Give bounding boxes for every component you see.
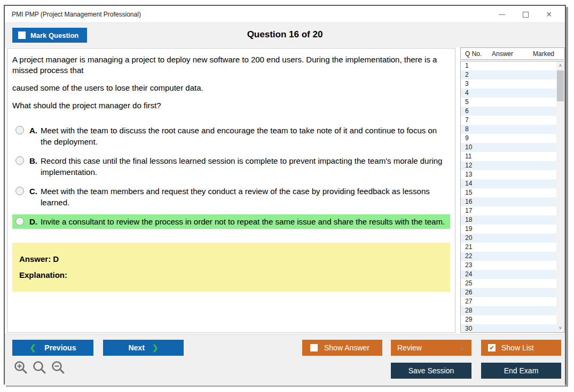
option-letter: B. <box>29 155 37 178</box>
option-text: Record this case until the final lessons… <box>41 155 448 178</box>
end-exam-button[interactable]: End Exam <box>481 363 561 379</box>
question-list-row[interactable]: 11 <box>461 152 556 161</box>
answer-box: Answer: D Explanation: <box>12 243 450 292</box>
show-answer-checkbox[interactable] <box>310 344 318 351</box>
window-controls: ✕ <box>490 6 561 23</box>
question-paragraph: caused some of the users to lose their c… <box>12 83 450 93</box>
next-label: Next <box>128 343 144 352</box>
options-list: A.Meet with the team to discuss the root… <box>12 123 450 229</box>
option-body: A.Meet with the team to discuss the root… <box>29 125 448 147</box>
column-marked: Marked <box>530 50 564 58</box>
app-window: PMI PMP (Project Management Professional… <box>4 5 566 385</box>
question-list-row[interactable]: 12 <box>461 161 556 170</box>
answer-option[interactable]: C.Meet with the team members and request… <box>12 184 450 210</box>
zoom-in-icon[interactable] <box>13 360 28 375</box>
option-radio[interactable] <box>15 187 24 195</box>
question-panel: A project manager is managing a project … <box>7 48 455 333</box>
explanation-label: Explanation: <box>19 270 443 279</box>
question-list-row[interactable]: 24 <box>461 270 556 279</box>
question-list-row[interactable]: 20 <box>461 234 556 243</box>
question-list-row[interactable]: 4 <box>461 89 556 98</box>
question-list-row[interactable]: 19 <box>461 225 556 234</box>
next-button[interactable]: Next ❯ <box>103 340 184 356</box>
close-button[interactable]: ✕ <box>537 6 561 23</box>
previous-label: Previous <box>44 343 76 352</box>
option-body: C.Meet with the team members and request… <box>29 186 448 208</box>
question-list-row[interactable]: 15 <box>461 188 556 197</box>
previous-button[interactable]: ❮ Previous <box>12 340 93 356</box>
zoom-reset-icon[interactable] <box>32 360 47 375</box>
scroll-up-icon[interactable]: ˄ <box>556 61 564 70</box>
page: PMI PMP (Project Management Professional… <box>0 0 574 392</box>
answer-option[interactable]: A.Meet with the team to discuss the root… <box>12 123 450 149</box>
question-list-header: Q No. Answer Marked <box>460 47 565 60</box>
question-list-row[interactable]: 22 <box>461 252 556 261</box>
question-list-row[interactable]: 14 <box>461 179 556 188</box>
question-list-row[interactable]: 18 <box>461 215 556 225</box>
question-paragraph: A project manager is managing a project … <box>12 54 450 76</box>
question-list-row[interactable]: 17 <box>461 206 556 215</box>
question-list: 1234567891011121314151617181920212223242… <box>460 61 565 333</box>
answer-option[interactable]: D.Invite a consultant to review the proc… <box>12 214 450 229</box>
titlebar: PMI PMP (Project Management Professional… <box>5 6 565 23</box>
main-area: A project manager is managing a project … <box>5 47 565 334</box>
zoom-out-icon[interactable] <box>51 360 66 375</box>
show-list-label: Show List <box>501 343 534 352</box>
option-text: Meet with the team to discuss the root c… <box>41 125 448 147</box>
question-list-row[interactable]: 23 <box>461 261 556 270</box>
option-letter: A. <box>29 125 37 147</box>
question-list-row[interactable]: 28 <box>461 306 556 315</box>
question-list-row[interactable]: 27 <box>461 297 556 306</box>
save-session-button[interactable]: Save Session <box>391 363 471 379</box>
close-icon: ✕ <box>546 11 552 18</box>
question-list-row[interactable]: 25 <box>461 279 556 288</box>
question-list-row[interactable]: 26 <box>461 288 556 297</box>
question-list-row[interactable]: 7 <box>461 116 556 125</box>
scrollbar-thumb[interactable] <box>557 70 564 101</box>
question-list-row[interactable]: 3 <box>461 79 556 89</box>
question-paragraph: What should the project manager do first… <box>12 100 450 111</box>
question-list-sidebar: Q No. Answer Marked 12345678910111213141… <box>460 47 565 333</box>
question-counter: Question 16 of 20 <box>5 29 565 40</box>
option-text: Meet with the team members and request t… <box>41 186 448 208</box>
review-button[interactable]: Review ▲ <box>391 340 471 356</box>
maximize-icon <box>523 12 529 18</box>
zoom-controls <box>13 360 66 375</box>
show-list-checkbox[interactable]: ✔ <box>488 344 496 351</box>
question-list-row[interactable]: 13 <box>461 170 556 179</box>
save-session-label: Save Session <box>408 366 454 375</box>
question-list-row[interactable]: 9 <box>461 134 556 143</box>
minimize-icon <box>499 14 505 15</box>
question-text: A project manager is managing a project … <box>12 54 450 111</box>
question-list-row[interactable]: 30 <box>461 324 556 333</box>
option-body: B.Record this case until the final lesso… <box>29 155 448 178</box>
show-list-button[interactable]: ✔ Show List <box>481 340 561 356</box>
bottom-bar: ❮ Previous Next ❯ Show Answer Review ▲ ✔… <box>5 334 565 386</box>
review-label: Review <box>397 343 422 352</box>
option-radio[interactable] <box>15 217 24 226</box>
question-list-row[interactable]: 16 <box>461 197 556 206</box>
window-title: PMI PMP (Project Management Professional… <box>12 11 141 18</box>
column-qno: Q No. <box>461 50 492 58</box>
question-rows: 1234567891011121314151617181920212223242… <box>461 61 556 333</box>
scroll-down-icon[interactable]: ˅ <box>556 324 564 332</box>
question-list-row[interactable]: 1 <box>461 61 556 70</box>
answer-option[interactable]: B.Record this case until the final lesso… <box>12 154 450 179</box>
question-list-row[interactable]: 6 <box>461 107 556 116</box>
minimize-button[interactable] <box>490 6 514 23</box>
option-radio[interactable] <box>15 156 24 165</box>
option-letter: D. <box>29 216 37 227</box>
scrollbar[interactable]: ˄ ˅ <box>556 61 564 332</box>
dropdown-up-icon: ▲ <box>460 345 465 351</box>
option-radio[interactable] <box>15 126 24 134</box>
option-letter: C. <box>29 186 37 208</box>
question-list-row[interactable]: 8 <box>461 125 556 134</box>
question-list-row[interactable]: 5 <box>461 98 556 107</box>
question-list-row[interactable]: 29 <box>461 315 556 324</box>
question-list-row[interactable]: 10 <box>461 143 556 152</box>
maximize-button[interactable] <box>514 6 537 23</box>
question-list-row[interactable]: 2 <box>461 70 556 79</box>
show-answer-label: Show Answer <box>324 343 369 352</box>
question-list-row[interactable]: 21 <box>461 243 556 252</box>
show-answer-button[interactable]: Show Answer <box>302 340 382 356</box>
